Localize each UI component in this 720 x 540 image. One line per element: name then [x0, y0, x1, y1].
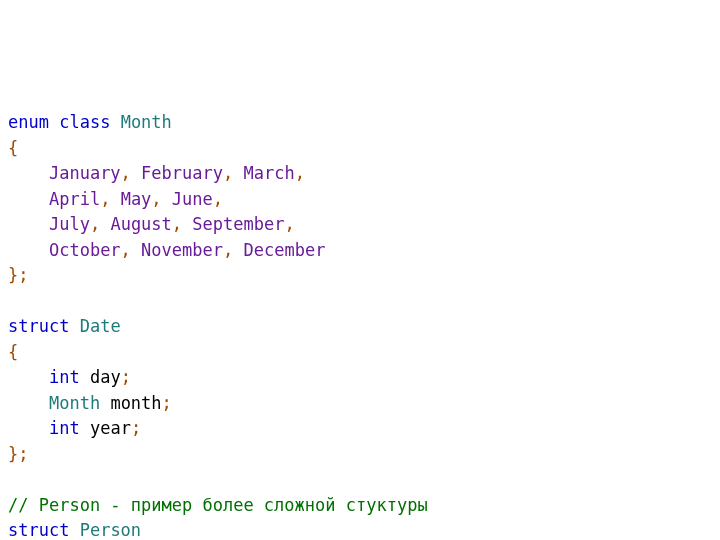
enum-february: February [141, 163, 223, 183]
field-year: year [90, 418, 131, 438]
enum-march: March [244, 163, 295, 183]
enum-april: April [49, 189, 100, 209]
enum-july: July [49, 214, 90, 234]
enum-october: October [49, 240, 121, 260]
comma: , [151, 189, 161, 209]
comma: , [223, 240, 233, 260]
comma: , [100, 189, 110, 209]
enum-december: December [244, 240, 326, 260]
enum-november: November [141, 240, 223, 260]
comma: , [90, 214, 100, 234]
field-month: month [110, 393, 161, 413]
keyword-int: int [49, 418, 80, 438]
comma: , [223, 163, 233, 183]
type-month: Month [121, 112, 172, 132]
comment-person: // Person - пример более сложной стуктур… [8, 495, 428, 515]
keyword-class: class [59, 112, 110, 132]
brace-open: { [8, 342, 18, 362]
keyword-struct: struct [8, 520, 69, 540]
type-person: Person [80, 520, 141, 540]
keyword-int: int [49, 367, 80, 387]
field-day: day [90, 367, 121, 387]
comma: , [213, 189, 223, 209]
type-date: Date [80, 316, 121, 336]
brace-open: { [8, 138, 18, 158]
semi: ; [121, 367, 131, 387]
comma: , [121, 163, 131, 183]
keyword-struct: struct [8, 316, 69, 336]
brace-close-semi: }; [8, 444, 28, 464]
type-month: Month [49, 393, 100, 413]
semi: ; [131, 418, 141, 438]
keyword-enum: enum [8, 112, 49, 132]
brace-close-semi: }; [8, 265, 28, 285]
enum-september: September [192, 214, 284, 234]
semi: ; [162, 393, 172, 413]
comma: , [172, 214, 182, 234]
enum-may: May [121, 189, 152, 209]
comma: , [295, 163, 305, 183]
enum-august: August [110, 214, 171, 234]
comma: , [121, 240, 131, 260]
enum-june: June [172, 189, 213, 209]
enum-january: January [49, 163, 121, 183]
comma: , [284, 214, 294, 234]
code-block: enum class Month { January, February, Ma… [8, 110, 712, 540]
